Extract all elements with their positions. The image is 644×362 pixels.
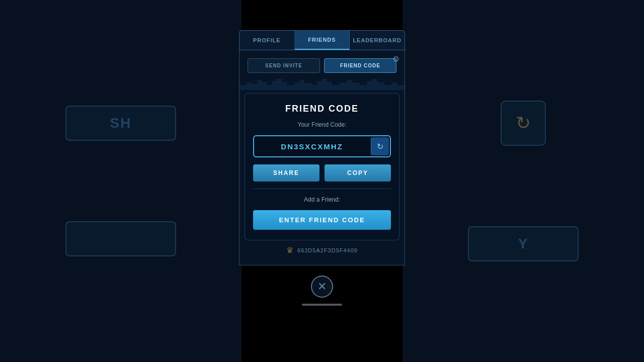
friend-code-input[interactable] [254,137,370,156]
crown-icon: ♛ [286,245,293,255]
background-right: ↻ Y [403,0,644,362]
friend-code-input-row: ↻ [253,135,391,157]
bg-icon-ghost-right: ↻ [501,101,546,146]
enter-friend-code-button[interactable]: ENTER FRIEND CODE [253,210,391,230]
close-button[interactable]: ✕ [311,276,333,298]
copy-button[interactable]: COPY [325,164,391,182]
tab-friends[interactable]: FRIENDS [295,31,350,50]
bg-button-ghost-right2: Y [468,226,579,261]
bg-text-right2: Y [518,236,529,252]
settings-icon[interactable]: ⚙ [392,54,399,64]
sub-tab-send-invite[interactable]: SEND INVITE [248,58,320,73]
friend-code-modal: FRIEND CODE Your Friend Code: ↻ SHARE CO… [245,93,399,240]
divider [253,189,391,189]
skyline-svg [239,75,405,90]
main-panel: PROFILE FRIENDS LEADERBOARD ⚙ SEND INVIT… [239,30,405,332]
refresh-bg-icon: ↻ [516,113,531,134]
user-id-row: ♛ 663D5A2F3D5F4409 [282,245,362,255]
refresh-code-button[interactable]: ↻ [371,137,389,155]
bg-button-ghost-left2 [65,221,176,256]
tab-profile[interactable]: PROFILE [239,31,295,50]
bg-text-left: SH [110,115,132,131]
bottom-bar [302,304,342,306]
add-friend-label: Add a Friend: [304,196,340,203]
modal-title: FRIEND CODE [285,104,359,114]
bg-button-ghost-left: SH [65,106,176,141]
background-left: SH [0,0,242,362]
user-id-text: 663D5A2F3D5F4409 [297,247,358,253]
sub-tab-bar: SEND INVITE FRIEND CODE [239,50,405,73]
skyline-decoration [239,75,405,90]
sub-tab-friend-code[interactable]: FRIEND CODE [324,58,396,73]
close-icon: ✕ [317,280,327,293]
action-buttons-row: SHARE COPY [253,164,391,182]
tab-bar: PROFILE FRIENDS LEADERBOARD [239,30,405,50]
modal-subtitle: Your Friend Code: [298,121,347,128]
tab-leaderboard[interactable]: LEADERBOARD [350,31,405,50]
share-button[interactable]: SHARE [253,164,319,182]
content-area: ⚙ SEND INVITE FRIEND CODE FRIEND CODE Yo… [239,50,405,265]
